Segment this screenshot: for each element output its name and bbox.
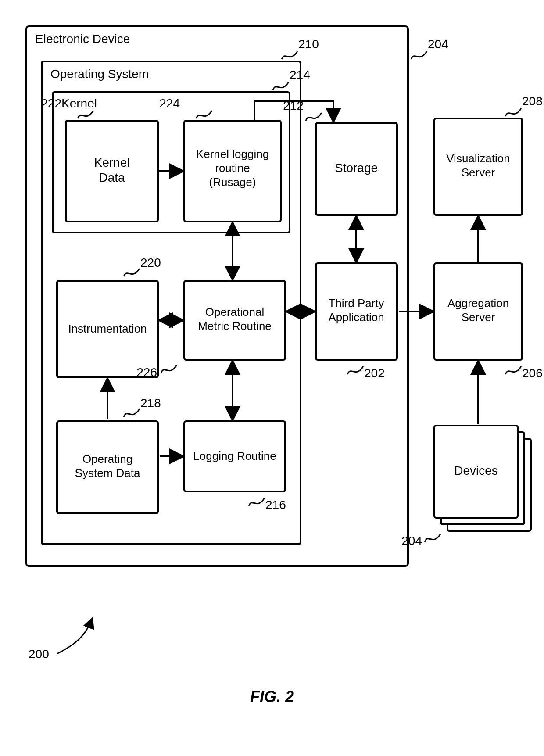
ref-222: 222	[41, 97, 61, 110]
kernel-logging-l1: Kernel logging	[196, 147, 269, 161]
kernel-data-label-2: Data	[99, 171, 125, 184]
logging-label: Logging Routine	[193, 449, 276, 462]
opmetric-l2: Metric Routine	[198, 319, 272, 333]
electronic-device-title: Electronic Device	[35, 32, 130, 46]
figure-label: FIG. 2	[250, 688, 294, 706]
viz-l1: Visualization	[446, 152, 510, 165]
ref-208: 208	[522, 94, 543, 108]
ref-218: 218	[140, 396, 161, 410]
ref-220: 220	[140, 256, 161, 269]
ref-200: 200	[29, 647, 49, 661]
kernel-title: Kernel	[61, 97, 97, 110]
ref-204-device: 204	[428, 37, 448, 51]
instrumentation-label: Instrumentation	[68, 322, 147, 335]
tpa-l1: Third Party	[328, 297, 384, 310]
tpa-l2: Application	[328, 311, 384, 324]
visualization-server-box: Visualization Server 208	[434, 94, 543, 215]
devices-label: Devices	[454, 464, 498, 477]
agg-l2: Server	[462, 311, 495, 324]
opmetric-l1: Operational	[205, 305, 264, 319]
ref-206: 206	[522, 366, 543, 380]
aggregation-server-box: Aggregation Server 206	[434, 263, 543, 380]
operating-system-title: Operating System	[50, 67, 149, 81]
kernel-logging-l2: routine	[215, 161, 250, 175]
ref-226: 226	[136, 365, 157, 379]
agg-l1: Aggregation	[447, 297, 509, 310]
page-ref-200: 200	[29, 619, 92, 661]
ref-214: 214	[290, 68, 310, 82]
ref-204-devices: 204	[401, 534, 422, 548]
ref-224: 224	[159, 97, 180, 110]
viz-l2: Server	[462, 166, 495, 179]
ref-202: 202	[364, 366, 385, 380]
ref-210: 210	[298, 37, 319, 51]
kernel-data-label-1: Kernel	[94, 156, 130, 169]
ref-216: 216	[265, 498, 286, 512]
kernel-logging-l3: (Rusage)	[209, 176, 256, 189]
storage-label: Storage	[335, 161, 378, 175]
osdata-l2: System Data	[75, 466, 140, 480]
devices-stack: Devices 204	[401, 426, 531, 548]
osdata-l1: Operating	[82, 452, 132, 466]
